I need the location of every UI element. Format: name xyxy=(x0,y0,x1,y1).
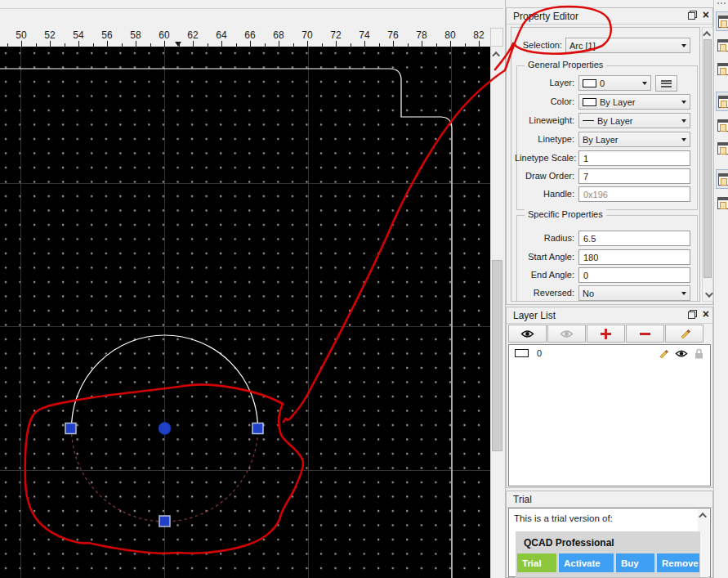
chevron-down-icon xyxy=(704,289,712,298)
ruler-tick xyxy=(21,41,22,47)
draw-order-field[interactable]: 7 xyxy=(578,168,690,184)
ruler-tick xyxy=(78,41,79,47)
panel-titlebar[interactable]: Property Editor × xyxy=(507,8,712,25)
show-all-layers-button[interactable] xyxy=(508,325,547,343)
dock-toggle-button[interactable] xyxy=(716,115,728,135)
eye-closed-icon xyxy=(560,329,574,338)
canvas-vertical-scrollbar[interactable] xyxy=(490,47,503,578)
scroll-up-button[interactable] xyxy=(491,48,503,60)
end-angle-label: End Angle: xyxy=(515,270,574,280)
ruler-tick xyxy=(307,41,308,47)
product-name: QCAD Professional xyxy=(524,537,614,549)
plus-icon xyxy=(601,329,611,339)
panel-window-icon xyxy=(718,173,728,186)
scroll-up-button[interactable] xyxy=(698,509,709,522)
handle-label: Handle: xyxy=(515,189,574,199)
layer-color-swatch xyxy=(515,349,529,357)
property-editor-body: Selection: Arc [1] General Properties La… xyxy=(511,27,700,302)
dock-toggle-button[interactable] xyxy=(716,11,728,31)
entity-arc-top[interactable] xyxy=(72,335,258,428)
arc-middle-handle[interactable] xyxy=(159,516,170,526)
panel-titlebar[interactable]: Trial xyxy=(507,491,712,508)
eye-icon[interactable] xyxy=(675,349,688,358)
dock-toggle-button[interactable] xyxy=(716,193,728,213)
trial-button[interactable]: Trial xyxy=(517,553,556,572)
selection-label: Selection: xyxy=(515,40,562,50)
remove-button[interactable]: Remove xyxy=(657,553,699,572)
linetype-combo[interactable]: By Layer xyxy=(578,132,690,147)
ruler-number: 58 xyxy=(130,29,141,41)
float-panel-icon[interactable] xyxy=(688,310,697,319)
chevron-down-icon xyxy=(681,119,686,125)
hide-all-layers-button[interactable] xyxy=(547,325,586,343)
buy-button[interactable]: Buy xyxy=(616,553,654,572)
ruler-number: 56 xyxy=(101,29,112,41)
ruler-number: 72 xyxy=(330,29,341,41)
ruler-number: 52 xyxy=(44,29,55,41)
edit-layer-button[interactable] xyxy=(665,325,703,343)
arc-center-handle[interactable] xyxy=(159,423,171,435)
activate-button[interactable]: Activate xyxy=(559,553,614,572)
pencil-icon xyxy=(679,328,690,339)
radius-field[interactable]: 6.5 xyxy=(578,231,690,246)
pencil-icon[interactable] xyxy=(658,348,668,359)
reversed-combo[interactable]: No xyxy=(578,285,690,301)
lock-icon[interactable] xyxy=(695,348,703,359)
chevron-up-icon xyxy=(703,31,711,39)
scrollbar-thumb[interactable] xyxy=(492,260,502,451)
lineweight-combo[interactable]: By Layer xyxy=(578,113,690,128)
dock-toggle-button[interactable] xyxy=(716,92,728,111)
ruler-number: 76 xyxy=(387,29,398,41)
linetype-scale-field[interactable]: 1 xyxy=(578,150,690,166)
arc-start-handle[interactable] xyxy=(65,423,76,434)
layer-row[interactable]: 0 xyxy=(509,346,710,361)
add-layer-button[interactable] xyxy=(587,325,625,343)
property-editor-scrollbar[interactable] xyxy=(702,27,713,302)
drawing-canvas[interactable] xyxy=(0,47,490,578)
color-combo[interactable]: By Layer xyxy=(578,94,690,110)
panel-window-icon xyxy=(718,96,728,108)
arc-end-handle[interactable] xyxy=(252,423,263,434)
layer-list-panel: Layer List × xyxy=(506,307,713,488)
layer-combo[interactable]: 0 xyxy=(578,75,651,91)
chevron-down-icon xyxy=(642,82,647,87)
remove-layer-button[interactable] xyxy=(626,325,664,343)
layer-menu-button[interactable] xyxy=(655,75,677,92)
ruler-number: 78 xyxy=(416,29,427,41)
end-angle-field[interactable]: 0 xyxy=(578,267,690,283)
close-panel-icon[interactable]: × xyxy=(703,310,709,319)
start-angle-field[interactable]: 180 xyxy=(578,249,690,265)
panel-window-icon xyxy=(717,197,728,209)
ruler-number: 66 xyxy=(244,29,255,41)
ruler-tick xyxy=(250,41,251,47)
drawing-entities xyxy=(0,47,490,578)
ruler-number: 50 xyxy=(16,29,26,41)
panel-title-text: Trial xyxy=(513,494,532,505)
panel-titlebar[interactable]: Layer List × xyxy=(507,307,712,324)
horizontal-ruler: 5052545658606264666870727476788082 xyxy=(0,10,490,47)
lineweight-label: Lineweight: xyxy=(515,115,574,125)
scroll-up-button[interactable] xyxy=(703,28,712,40)
layer-name: 0 xyxy=(537,348,658,358)
dock-toggle-button[interactable] xyxy=(716,35,728,55)
entity-arc-selected[interactable] xyxy=(72,428,258,522)
hamburger-icon xyxy=(661,80,672,87)
close-panel-icon[interactable]: × xyxy=(703,11,709,20)
panel-window-icon xyxy=(717,119,728,132)
ruler-tick xyxy=(221,41,222,47)
entity-polyline[interactable] xyxy=(0,69,452,578)
scrollbar-thumb[interactable] xyxy=(703,39,712,278)
color-label: Color: xyxy=(515,96,574,106)
selection-value: Arc [1] xyxy=(569,41,681,51)
qcad-window: 5052545658606264666870727476788082 xyxy=(0,0,728,578)
float-panel-icon[interactable] xyxy=(688,11,697,20)
scroll-down-button[interactable] xyxy=(703,289,712,301)
toolbar-drag-handle[interactable] xyxy=(717,2,726,5)
layer-table[interactable]: 0 xyxy=(508,344,711,486)
dock-toggle-button[interactable] xyxy=(716,138,728,158)
layer-label: Layer: xyxy=(515,78,574,87)
dock-toggle-button[interactable] xyxy=(716,169,728,189)
selection-combo[interactable]: Arc [1] xyxy=(565,38,690,53)
group-title: Specific Properties xyxy=(525,209,606,219)
dock-toggle-button[interactable] xyxy=(716,59,728,78)
